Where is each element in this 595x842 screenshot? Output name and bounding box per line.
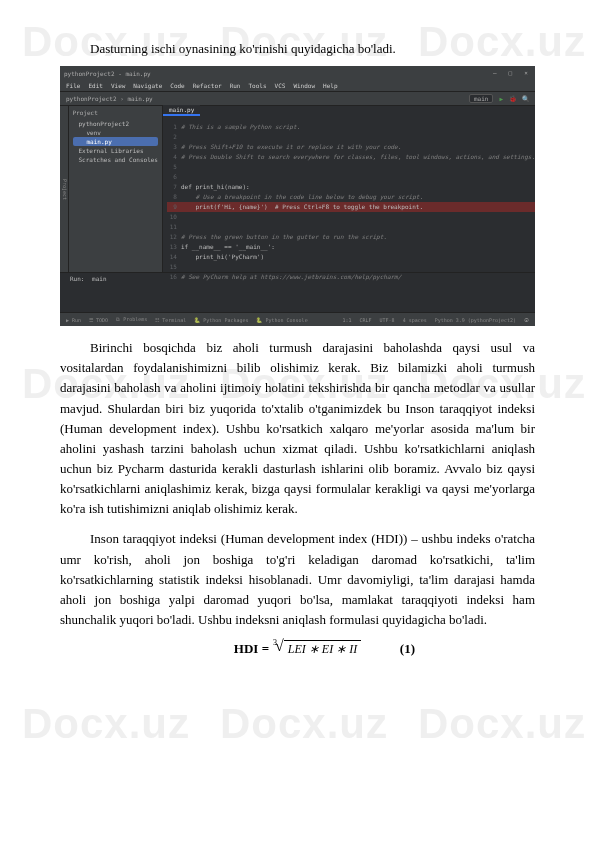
line-number: 11 xyxy=(167,222,181,232)
menu-view[interactable]: View xyxy=(111,82,125,89)
line-number: 8 xyxy=(167,192,181,202)
tree-item[interactable]: External Libraries xyxy=(73,146,158,155)
status-caret[interactable]: 1:1 xyxy=(342,317,351,323)
formula-number: (1) xyxy=(400,641,415,657)
line-number: 1 xyxy=(167,122,181,132)
tree-item[interactable]: venv xyxy=(73,128,158,137)
code-line[interactable]: 13if __name__ == '__main__': xyxy=(167,242,535,252)
code-line[interactable]: 16# See PyCharm help at https://www.jetb… xyxy=(167,272,535,282)
code-text[interactable]: # Press the green button in the gutter t… xyxy=(181,232,387,242)
formula-row: HDI = 3 √ LEI ∗ EI ∗ II (1) xyxy=(60,640,535,657)
code-line[interactable]: 7def print_hi(name): xyxy=(167,182,535,192)
intro-text: Dasturning ischi oynasining ko'rinishi q… xyxy=(60,40,535,58)
maximize-icon[interactable]: □ xyxy=(505,68,515,78)
code-editor[interactable]: main.py 1# This is a sample Python scrip… xyxy=(163,106,535,272)
run-config-selector[interactable]: main xyxy=(469,94,493,103)
status-pyconsole[interactable]: 🐍 Python Console xyxy=(256,317,307,323)
menu-refactor[interactable]: Refactor xyxy=(193,82,222,89)
menu-vcs[interactable]: VCS xyxy=(275,82,286,89)
line-number: 3 xyxy=(167,142,181,152)
watermark: Docx.uz xyxy=(22,700,190,748)
status-lock-icon[interactable]: ⦿ xyxy=(524,317,529,323)
menu-navigate[interactable]: Navigate xyxy=(133,82,162,89)
line-number: 12 xyxy=(167,232,181,242)
formula-lhs: HDI = xyxy=(234,641,269,657)
line-number: 14 xyxy=(167,252,181,262)
status-line-sep[interactable]: CRLF xyxy=(360,317,372,323)
code-line[interactable]: 6 xyxy=(167,172,535,182)
code-text[interactable]: # Press Shift+F10 to execute it or repla… xyxy=(181,142,401,152)
menu-code[interactable]: Code xyxy=(170,82,184,89)
code-line[interactable]: 8 # Use a breakpoint in the code line be… xyxy=(167,192,535,202)
line-number: 2 xyxy=(167,132,181,142)
code-area[interactable]: 1# This is a sample Python script.23# Pr… xyxy=(163,122,535,282)
status-interpreter[interactable]: Python 3.9 (pythonProject2) xyxy=(435,317,516,323)
watermark: Docx.uz xyxy=(418,700,586,748)
ide-toolbar: pythonProject2 › main.py main ▶ 🐞 🔍 xyxy=(60,92,535,106)
ide-window-title: pythonProject2 - main.py xyxy=(64,70,151,77)
code-text[interactable]: if __name__ == '__main__': xyxy=(181,242,275,252)
tree-item[interactable]: Scratches and Consoles xyxy=(73,155,158,164)
run-config-name: main xyxy=(92,275,106,282)
close-icon[interactable]: × xyxy=(521,68,531,78)
line-number: 5 xyxy=(167,162,181,172)
line-number: 16 xyxy=(167,272,181,282)
ide-menubar: File Edit View Navigate Code Refactor Ru… xyxy=(60,80,535,92)
hdi-formula: HDI = 3 √ LEI ∗ EI ∗ II xyxy=(234,640,361,657)
menu-tools[interactable]: Tools xyxy=(248,82,266,89)
code-line[interactable]: 14 print_hi('PyCharm') xyxy=(167,252,535,262)
status-indent[interactable]: 4 spaces xyxy=(403,317,427,323)
line-number: 6 xyxy=(167,172,181,182)
code-text[interactable]: # This is a sample Python script. xyxy=(181,122,300,132)
tree-item-selected[interactable]: main.py xyxy=(73,137,158,146)
status-problems[interactable]: ⧉ Problems xyxy=(116,316,147,323)
line-number: 15 xyxy=(167,262,181,272)
code-text[interactable]: # Press Double Shift to search everywher… xyxy=(181,152,535,162)
code-text[interactable]: print(f'Hi, {name}') # Press Ctrl+F8 to … xyxy=(181,202,423,212)
ide-left-gutter[interactable]: Project xyxy=(60,106,69,272)
status-pypackages[interactable]: 🐍 Python Packages xyxy=(194,317,248,323)
code-line[interactable]: 2 xyxy=(167,132,535,142)
status-run[interactable]: ▶ Run xyxy=(66,317,81,323)
body-paragraph-2: Inson taraqqiyot indeksi (Human developm… xyxy=(60,529,535,630)
run-button-icon[interactable]: ▶ xyxy=(499,95,503,102)
code-line[interactable]: 10 xyxy=(167,212,535,222)
watermark: Docx.uz xyxy=(220,700,388,748)
code-line[interactable]: 5 xyxy=(167,162,535,172)
code-line[interactable]: 3# Press Shift+F10 to execute it or repl… xyxy=(167,142,535,152)
run-label: Run: xyxy=(66,274,88,283)
cube-root-icon: 3 √ LEI ∗ EI ∗ II xyxy=(273,640,361,657)
ide-titlebar: pythonProject2 - main.py – □ × xyxy=(60,66,535,80)
debug-icon[interactable]: 🐞 xyxy=(509,95,516,102)
code-text[interactable]: def print_hi(name): xyxy=(181,182,250,192)
status-terminal[interactable]: ☷ Terminal xyxy=(155,317,186,323)
code-text[interactable]: print_hi('PyCharm') xyxy=(181,252,264,262)
line-number: 4 xyxy=(167,152,181,162)
menu-window[interactable]: Window xyxy=(293,82,315,89)
code-line[interactable]: 11 xyxy=(167,222,535,232)
code-line[interactable]: 15 xyxy=(167,262,535,272)
code-line[interactable]: 12# Press the green button in the gutter… xyxy=(167,232,535,242)
ide-statusbar: ▶ Run ☰ TODO ⧉ Problems ☷ Terminal 🐍 Pyt… xyxy=(60,312,535,326)
ide-screenshot: pythonProject2 - main.py – □ × File Edit… xyxy=(60,66,535,326)
menu-run[interactable]: Run xyxy=(230,82,241,89)
tree-root[interactable]: pythonProject2 xyxy=(73,119,158,128)
status-encoding[interactable]: UTF-8 xyxy=(380,317,395,323)
menu-file[interactable]: File xyxy=(66,82,80,89)
project-tree[interactable]: Project pythonProject2 venv main.py Exte… xyxy=(69,106,163,272)
menu-help[interactable]: Help xyxy=(323,82,337,89)
code-line[interactable]: 1# This is a sample Python script. xyxy=(167,122,535,132)
code-text[interactable]: # See PyCharm help at https://www.jetbra… xyxy=(181,272,401,282)
breadcrumb[interactable]: pythonProject2 › main.py xyxy=(66,95,153,102)
minimize-icon[interactable]: – xyxy=(490,68,500,78)
body-paragraph-1: Birinchi bosqichda biz aholi turmush dar… xyxy=(60,338,535,519)
code-line[interactable]: 4# Press Double Shift to search everywhe… xyxy=(167,152,535,162)
status-todo[interactable]: ☰ TODO xyxy=(89,317,108,323)
editor-tab[interactable]: main.py xyxy=(163,105,200,116)
menu-edit[interactable]: Edit xyxy=(88,82,102,89)
line-number: 10 xyxy=(167,212,181,222)
code-line[interactable]: 9 print(f'Hi, {name}') # Press Ctrl+F8 t… xyxy=(167,202,535,212)
search-icon[interactable]: 🔍 xyxy=(522,95,529,102)
code-text[interactable]: # Use a breakpoint in the code line belo… xyxy=(181,192,423,202)
line-number: 7 xyxy=(167,182,181,192)
